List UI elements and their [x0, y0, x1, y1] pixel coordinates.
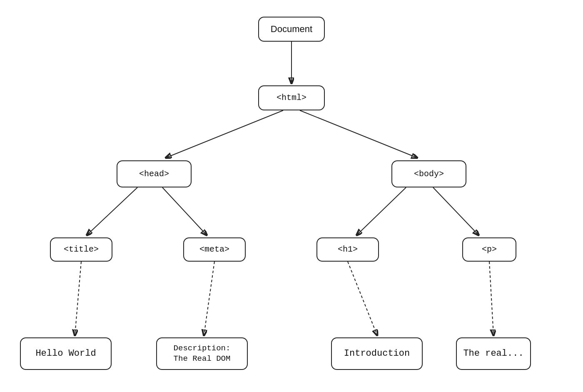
node-document: Document: [258, 17, 325, 42]
node-p-label: <p>: [482, 244, 497, 255]
node-hello-label: Hello World: [35, 348, 96, 360]
svg-line-1: [167, 110, 283, 157]
svg-line-10: [489, 262, 493, 335]
node-desc: Description: The Real DOM: [156, 337, 248, 370]
node-h1: <h1>: [316, 237, 379, 262]
node-document-label: Document: [271, 23, 312, 35]
arrows-svg: [0, 0, 583, 392]
node-meta: <meta>: [183, 237, 246, 262]
svg-line-7: [75, 262, 81, 335]
svg-line-5: [357, 187, 406, 235]
dom-tree-diagram: Document <html> <head> <body> <title> <m…: [0, 0, 583, 392]
svg-line-4: [162, 187, 206, 235]
svg-line-9: [348, 262, 377, 335]
node-html: <html>: [258, 85, 325, 110]
node-real-label: The real...: [463, 348, 523, 360]
node-meta-label: <meta>: [199, 244, 229, 255]
node-real: The real...: [456, 337, 531, 370]
node-html-label: <html>: [277, 92, 306, 103]
node-body-label: <body>: [414, 169, 444, 180]
svg-line-2: [300, 110, 416, 157]
svg-line-6: [433, 187, 478, 235]
node-head-label: <head>: [139, 169, 169, 180]
svg-line-8: [204, 262, 214, 335]
node-desc-label: Description: The Real DOM: [174, 343, 231, 364]
node-title-label: <title>: [64, 244, 99, 255]
node-hello: Hello World: [20, 337, 112, 370]
node-title: <title>: [50, 237, 112, 262]
node-intro-label: Introduction: [344, 348, 410, 360]
node-body: <body>: [391, 160, 466, 187]
svg-line-3: [87, 187, 137, 235]
node-h1-label: <h1>: [338, 244, 358, 255]
node-intro: Introduction: [331, 337, 423, 370]
node-head: <head>: [117, 160, 192, 187]
node-p: <p>: [462, 237, 516, 262]
